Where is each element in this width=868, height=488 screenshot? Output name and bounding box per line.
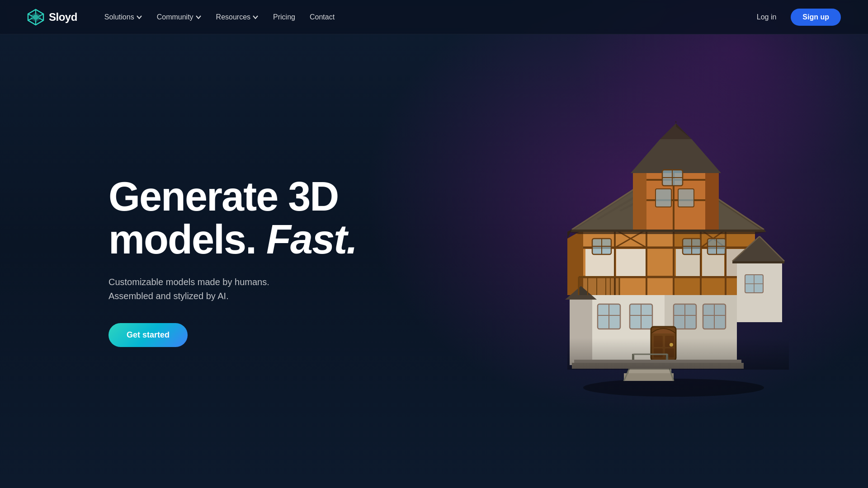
hero-title-italic: Fast. (266, 217, 357, 262)
svg-marker-106 (624, 373, 674, 381)
svg-marker-43 (633, 166, 646, 230)
nav-contact[interactable]: Contact (304, 9, 340, 25)
svg-marker-61 (732, 261, 784, 263)
nav-right: Log in Sign up (750, 9, 841, 26)
building-illustration (533, 121, 814, 401)
nav-solutions[interactable]: Solutions (99, 9, 148, 25)
hero-subtitle: Customizable models made by humans. Asse… (108, 275, 357, 303)
logo-text: Sloyd (49, 11, 77, 23)
navbar: Sloyd Solutions Community Resources Pric… (0, 0, 868, 34)
nav-links: Solutions Community Resources Pricing Co… (99, 9, 340, 25)
nav-left: Sloyd Solutions Community Resources Pric… (27, 9, 340, 26)
logo-link[interactable]: Sloyd (27, 9, 77, 26)
svg-marker-114 (579, 277, 619, 295)
get-started-button[interactable]: Get started (108, 323, 188, 347)
svg-marker-44 (705, 166, 719, 230)
nav-pricing[interactable]: Pricing (268, 9, 301, 25)
nav-resources[interactable]: Resources (211, 9, 264, 25)
svg-rect-125 (567, 338, 789, 370)
signup-button[interactable]: Sign up (791, 9, 841, 26)
chevron-down-icon (195, 14, 202, 20)
hero-3d-model (533, 121, 814, 401)
svg-marker-48 (631, 139, 721, 173)
svg-marker-40 (567, 230, 766, 232)
nav-community[interactable]: Community (151, 9, 207, 25)
hero-section: Generate 3D models. Fast. Customizable m… (0, 34, 868, 488)
svg-rect-58 (678, 189, 694, 207)
svg-marker-28 (616, 249, 646, 276)
hero-title: Generate 3D models. Fast. (108, 175, 357, 261)
chevron-down-icon (252, 14, 259, 20)
svg-point-9 (583, 379, 764, 397)
logo-icon (27, 9, 44, 26)
svg-marker-51 (675, 121, 677, 122)
hero-title-normal: models. (108, 217, 266, 262)
svg-rect-56 (656, 189, 671, 207)
login-button[interactable]: Log in (750, 9, 784, 25)
chevron-down-icon (136, 14, 142, 20)
hero-content: Generate 3D models. Fast. Customizable m… (108, 175, 357, 347)
svg-marker-122 (567, 232, 766, 234)
